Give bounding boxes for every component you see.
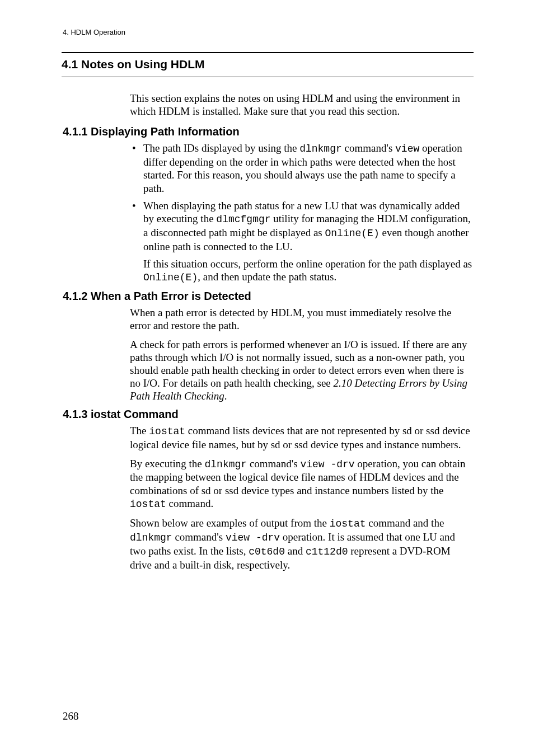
text: command's	[247, 458, 300, 469]
code-text: dlnkmgr	[205, 459, 247, 470]
text: command's	[172, 531, 226, 543]
code-text: view -drv	[300, 459, 354, 470]
code-text: dlnkmgr	[130, 532, 172, 543]
body-block: When a path error is detected by HDLM, y…	[130, 306, 472, 402]
paragraph: When a path error is detected by HDLM, y…	[130, 306, 472, 332]
code-text: dlnkmgr	[299, 143, 342, 154]
paragraph: The iostat command lists devices that ar…	[130, 424, 472, 451]
code-text: iostat	[130, 499, 166, 510]
text: command and the	[366, 517, 444, 529]
text: , and then update the path status.	[198, 271, 336, 283]
code-text: view -drv	[226, 532, 280, 543]
text: and	[285, 545, 306, 557]
text: If this situation occurs, perform the on…	[143, 258, 472, 270]
code-text: c0t6d0	[249, 546, 285, 557]
text: Shown below are examples of output from …	[130, 517, 330, 529]
subsection-heading: 4.1.3 iostat Command	[63, 408, 472, 421]
code-text: view	[395, 143, 419, 154]
text: The path IDs displayed by using the	[143, 142, 299, 154]
sub-paragraph: If this situation occurs, perform the on…	[143, 257, 472, 284]
subsection-heading: 4.1.2 When a Path Error is Detected	[63, 290, 472, 303]
code-text: Online(E)	[143, 272, 198, 283]
paragraph: By executing the dlnkmgr command's view …	[130, 457, 472, 511]
text: command's	[342, 142, 395, 154]
code-text: c1t12d0	[306, 546, 348, 557]
code-text: iostat	[149, 426, 185, 437]
page-number: 268	[63, 710, 79, 722]
text: .	[224, 390, 227, 402]
text: The	[130, 425, 149, 436]
section-heading-rule: 4.1 Notes on Using HDLM	[62, 52, 474, 77]
text: By executing the	[130, 458, 205, 469]
code-text: iostat	[330, 518, 366, 529]
list-item: When displaying the path status for a ne…	[130, 199, 472, 253]
bullet-list: The path IDs displayed by using the dlnk…	[130, 142, 472, 253]
subsection-heading: 4.1.1 Displaying Path Information	[63, 125, 472, 138]
code-text: Online(E)	[325, 228, 380, 239]
code-text: dlmcfgmgr	[216, 214, 270, 225]
list-item: The path IDs displayed by using the dlnk…	[130, 142, 472, 194]
body-block: The iostat command lists devices that ar…	[130, 424, 472, 571]
intro-paragraph: This section explains the notes on using…	[130, 92, 472, 118]
page: 4. HDLM Operation 4.1 Notes on Using HDL…	[0, 0, 534, 756]
running-header: 4. HDLM Operation	[63, 28, 472, 36]
paragraph: A check for path errors is performed whe…	[130, 338, 472, 403]
section-heading: 4.1 Notes on Using HDLM	[62, 58, 474, 71]
paragraph: Shown below are examples of output from …	[130, 516, 472, 571]
text: command.	[166, 497, 213, 509]
